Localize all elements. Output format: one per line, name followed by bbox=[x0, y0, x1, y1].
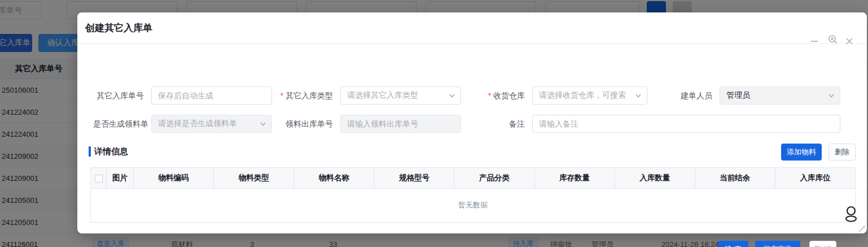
gen-picking-select[interactable]: 请选择是否生成领料单 bbox=[151, 115, 272, 133]
zoom-in-icon[interactable] bbox=[827, 34, 838, 44]
gen-picking-placeholder: 请选择是否生成领料单 bbox=[158, 119, 259, 129]
empty-state: 暂无数据 bbox=[90, 188, 856, 223]
picking-no-field[interactable] bbox=[341, 115, 461, 132]
create-inbound-order-modal: 创建其它入库单 其它入库单号 其它入库类型 bbox=[77, 12, 867, 233]
gen-picking-label: 是否生成领料单 bbox=[77, 115, 148, 133]
column-header: 产品分类 bbox=[454, 168, 534, 189]
order-no-label: 其它入库单号 bbox=[77, 86, 144, 105]
creator-value: 管理员 bbox=[726, 90, 827, 101]
chevron-down-icon bbox=[259, 120, 267, 128]
detail-table-header-row: 图片 物料编码 物料类型 物料名称 规格型号 产品分类 库存数量 入库数量 当前… bbox=[91, 168, 856, 189]
add-material-button[interactable]: 添加物料 bbox=[781, 144, 822, 161]
modal-title: 创建其它入库单 bbox=[85, 12, 152, 44]
select-all-checkbox[interactable] bbox=[95, 175, 103, 183]
column-header: 物料编码 bbox=[134, 168, 214, 189]
remark-label: 备注 bbox=[458, 115, 525, 133]
column-header: 库存数量 bbox=[534, 168, 615, 189]
order-no-input[interactable] bbox=[151, 86, 272, 105]
order-no-field[interactable] bbox=[152, 87, 271, 104]
column-header: 物料名称 bbox=[294, 168, 374, 189]
screen: 创建其它入库单 确认入库 其它入库单号 250106001 241224002 … bbox=[0, 0, 868, 247]
floating-user-icon[interactable] bbox=[842, 205, 860, 224]
picking-no-label: 领料出库单号 bbox=[266, 115, 333, 133]
picking-no-input[interactable] bbox=[340, 115, 461, 133]
remark-field[interactable] bbox=[533, 115, 840, 132]
warehouse-select[interactable]: 请选择收货仓库，可搜索 bbox=[532, 86, 647, 105]
creator-select[interactable]: 管理员 bbox=[720, 86, 840, 105]
section-accent-bar bbox=[89, 146, 91, 157]
detail-table: 图片 物料编码 物料类型 物料名称 规格型号 产品分类 库存数量 入库数量 当前… bbox=[90, 167, 856, 189]
chevron-down-icon bbox=[634, 92, 642, 99]
resize-handle[interactable] bbox=[858, 224, 866, 232]
modal-header: 创建其它入库单 bbox=[77, 12, 867, 44]
creator-label: 建单人员 bbox=[646, 86, 712, 105]
inbound-type-label: 其它入库类型 bbox=[266, 86, 333, 105]
close-icon[interactable] bbox=[844, 36, 854, 46]
column-header: 入库数量 bbox=[615, 168, 695, 189]
detail-section-title: 详情信息 bbox=[94, 144, 128, 159]
delete-row-button[interactable]: 删除 bbox=[828, 144, 856, 161]
column-header: 物料类型 bbox=[214, 168, 294, 189]
warehouse-label: 收货仓库 bbox=[458, 86, 525, 105]
minimize-icon[interactable] bbox=[809, 36, 819, 46]
remark-input[interactable] bbox=[532, 115, 840, 133]
column-header: 入库库位 bbox=[775, 168, 855, 189]
column-header: 规格型号 bbox=[374, 168, 454, 189]
chevron-down-icon bbox=[448, 92, 456, 99]
submit-approval-button[interactable]: 提交审批 bbox=[755, 241, 800, 247]
column-header: 当前结余 bbox=[695, 168, 775, 189]
cancel-button[interactable]: 取消 bbox=[809, 241, 836, 247]
chevron-down-icon bbox=[827, 92, 835, 99]
select-all-cell bbox=[91, 168, 107, 189]
column-header: 图片 bbox=[107, 168, 134, 189]
inbound-type-placeholder: 请选择其它入库类型 bbox=[347, 90, 448, 101]
warehouse-placeholder: 请选择收货仓库，可搜索 bbox=[539, 90, 634, 101]
confirm-button[interactable]: 确定 bbox=[718, 241, 748, 247]
inbound-type-select[interactable]: 请选择其它入库类型 bbox=[340, 86, 461, 105]
